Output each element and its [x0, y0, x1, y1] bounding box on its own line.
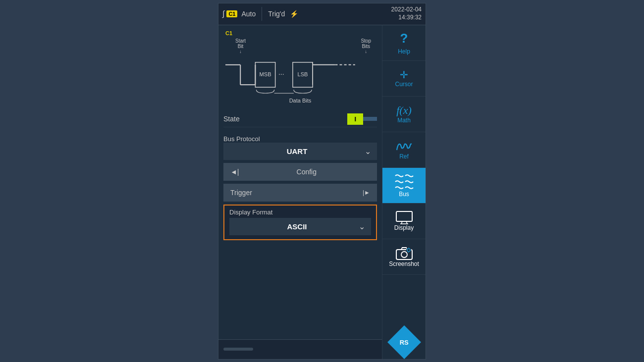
date: 2022-02-04 [391, 6, 422, 14]
c1-badge: C1 [226, 10, 237, 17]
bus-protocol-arrow: ⌄ [365, 147, 371, 156]
svg-text:···: ··· [278, 70, 284, 78]
bit-labels-row: Start Bit ↓ Stop Bits ↓ [225, 38, 375, 54]
auto-label: Auto [241, 10, 256, 18]
right-sidebar: ? Help ✛ Cursor f(x) Math Ref [382, 25, 426, 359]
math-icon: f(x) [396, 104, 412, 117]
sidebar-label-bus: Bus [399, 191, 409, 198]
svg-text:MSB: MSB [260, 71, 271, 77]
sidebar-label-display: Display [394, 224, 414, 231]
sidebar-item-display[interactable]: Display [382, 204, 426, 239]
trigger-section: Trigger |► [223, 184, 377, 202]
trigD-label: Trig'd [268, 10, 285, 18]
bottom-bar [223, 348, 253, 351]
sidebar-item-math[interactable]: f(x) Math [382, 97, 426, 132]
rs-diamond: RS [387, 325, 421, 359]
trigger-right: |► [363, 189, 370, 196]
state-toggle[interactable]: I [347, 113, 377, 125]
rs-badge-container: RS [382, 325, 426, 359]
config-button[interactable]: ◄| Config [223, 163, 377, 181]
bottom-area [218, 339, 382, 359]
uart-diagram: C1 Start Bit ↓ Stop Bits ↓ [218, 25, 382, 107]
state-section: State I [223, 111, 377, 127]
sidebar-label-help: Help [398, 48, 410, 55]
state-on-button[interactable]: I [347, 113, 363, 125]
display-format-dropdown[interactable]: ASCII ⌄ [229, 218, 371, 235]
config-label: Config [243, 168, 371, 176]
help-icon: ? [400, 31, 408, 46]
sidebar-item-cursor[interactable]: ✛ Cursor [382, 61, 426, 97]
sidebar-item-help[interactable]: ? Help [382, 25, 426, 61]
sidebar-item-bus[interactable]: Bus [382, 168, 426, 204]
state-row: State I [223, 113, 377, 125]
cursor-icon: ✛ [400, 69, 408, 81]
data-bits-label: Data Bits [225, 98, 375, 103]
sidebar-item-ref[interactable]: Ref [382, 132, 426, 168]
trigger-right-arrow: |► [363, 189, 370, 196]
config-left-arrow: ◄| [230, 168, 239, 176]
display-format-label: Display Format [229, 208, 371, 216]
separator [262, 7, 262, 21]
display-format-section: Display Format ASCII ⌄ [223, 205, 377, 240]
main-content: C1 Start Bit ↓ Stop Bits ↓ [218, 25, 426, 359]
screenshot-icon [395, 246, 413, 260]
display-area: C1 Start Bit ↓ Stop Bits ↓ [218, 25, 382, 359]
bus-protocol-dropdown[interactable]: UART ⌄ [223, 143, 377, 160]
controls-panel: State I Bus Protocol UART ⌄ [218, 107, 382, 339]
c1-diagram-label: C1 [225, 30, 375, 36]
config-section: ◄| Config [223, 163, 377, 181]
waveform-icon: ∫ [222, 9, 224, 18]
uart-waveform: MSB ··· LSB [225, 55, 375, 95]
datetime: 2022-02-04 14:39:32 [391, 6, 422, 21]
top-bar: ∫ C1 Auto Trig'd ⚡ 2022-02-04 14:39:32 [218, 3, 426, 25]
display-format-arrow: ⌄ [359, 222, 365, 231]
svg-point-18 [401, 252, 407, 258]
rs-text: RS [399, 339, 408, 345]
state-label: State [223, 115, 263, 123]
trigger-label: Trigger [230, 189, 252, 197]
time: 14:39:32 [391, 14, 422, 22]
battery-icon: ⚡ [290, 10, 298, 18]
oscilloscope-panel: ∫ C1 Auto Trig'd ⚡ 2022-02-04 14:39:32 C… [218, 3, 426, 360]
sidebar-label-cursor: Cursor [395, 81, 413, 88]
signal-section: ∫ C1 Auto [222, 9, 256, 18]
svg-rect-13 [396, 211, 412, 221]
display-icon [395, 210, 413, 224]
bus-icon [392, 173, 416, 191]
svg-text:LSB: LSB [298, 71, 308, 77]
stop-bits-label: Stop Bits ↓ [361, 38, 371, 54]
sidebar-label-screenshot: Screenshot [389, 260, 419, 267]
trigger-button[interactable]: Trigger |► [223, 184, 377, 202]
bus-protocol-value: UART [229, 147, 365, 155]
ref-icon [395, 139, 414, 153]
sidebar-label-ref: Ref [399, 153, 409, 160]
start-bit-label: Start Bit ↓ [235, 38, 246, 54]
sidebar-item-screenshot[interactable]: Screenshot [382, 239, 426, 275]
display-format-value: ASCII [235, 222, 359, 231]
bus-protocol-section: Bus Protocol UART ⌄ [223, 133, 377, 160]
bus-protocol-label: Bus Protocol [223, 135, 377, 143]
state-off-button[interactable] [363, 117, 377, 121]
sidebar-label-math: Math [397, 117, 411, 124]
